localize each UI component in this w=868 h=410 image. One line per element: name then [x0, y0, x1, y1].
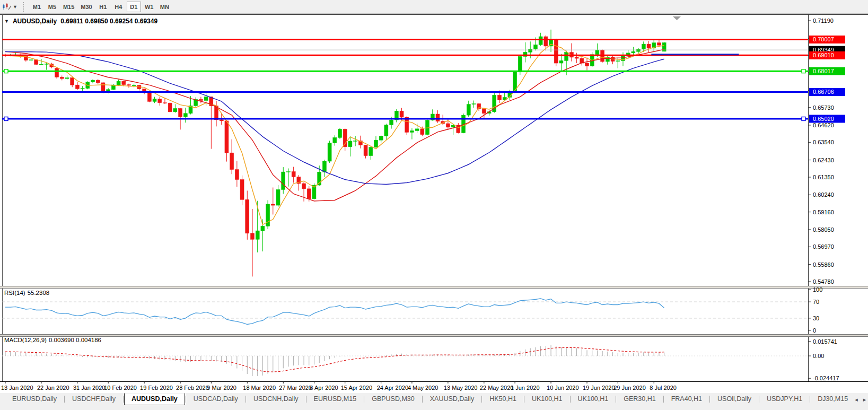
tab-gbpusd-m30[interactable]: GBPUSD,M30 — [365, 394, 422, 405]
hline-handle[interactable] — [4, 117, 8, 120]
mt4-terminal: ▼ M1M5M15M30H1H4D1W1MN 0.711900.700800.6… — [0, 0, 868, 410]
hline-handle[interactable] — [802, 117, 805, 120]
svg-text:22 May 2020: 22 May 2020 — [480, 385, 514, 391]
svg-text:10 Feb 2020: 10 Feb 2020 — [104, 385, 137, 391]
tab-separator — [123, 396, 124, 403]
svg-text:24 Apr 2020: 24 Apr 2020 — [377, 385, 408, 391]
chart-symbol-label: AUDUSD,Daily — [13, 18, 57, 25]
chart-ohlc-values: 0.69811 0.69850 0.69254 0.69349 — [60, 18, 157, 25]
svg-text:0.69010: 0.69010 — [813, 52, 834, 58]
svg-text:0.00: 0.00 — [813, 353, 824, 359]
tab-uk100-h1[interactable]: UK100,H1 — [525, 394, 569, 405]
macd-label: MACD(12,26,9)0.003690 0.004186 — [4, 337, 103, 343]
svg-text:0.56970: 0.56970 — [813, 243, 834, 250]
rsi-value: 55.2308 — [28, 290, 50, 296]
svg-text:19 Feb 2020: 19 Feb 2020 — [140, 385, 173, 391]
svg-text:0.70007: 0.70007 — [813, 36, 834, 42]
collapse-icon[interactable]: ▼ — [4, 19, 9, 24]
tab-separator — [422, 396, 423, 403]
symbol-tabs: EURUSD,DailyUSDCHF,DailyAUDUSD,DailyUSDC… — [2, 393, 855, 405]
svg-text:27 Mar 2020: 27 Mar 2020 — [279, 385, 312, 391]
svg-text:70: 70 — [813, 299, 819, 305]
tab-eurusd-m15[interactable]: EURUSD,M15 — [307, 394, 364, 405]
svg-text:18 Mar 2020: 18 Mar 2020 — [243, 385, 276, 391]
svg-text:1 Jun 2020: 1 Jun 2020 — [511, 385, 539, 391]
macd-values: 0.003690 0.004186 — [49, 337, 101, 343]
tab-bar: EURUSD,DailyUSDCHF,DailyAUDUSD,DailyUSDC… — [0, 392, 868, 410]
tab-fra40-h1[interactable]: FRA40,H1 — [664, 394, 709, 405]
svg-text:0: 0 — [813, 327, 816, 334]
svg-text:9 Mar 2020: 9 Mar 2020 — [207, 385, 236, 391]
timeframe-m15[interactable]: M15 — [60, 2, 77, 12]
tab-separator — [364, 396, 364, 403]
chart-type-caret-icon[interactable]: ▼ — [13, 4, 17, 10]
svg-text:0.58050: 0.58050 — [813, 226, 834, 233]
toolbar-drag-handle[interactable] — [23, 2, 25, 12]
timeframe-h1[interactable]: H1 — [96, 2, 110, 12]
svg-text:0.63540: 0.63540 — [813, 139, 834, 145]
svg-text:0.54780: 0.54780 — [813, 278, 834, 285]
svg-text:15 Apr 2020: 15 Apr 2020 — [341, 385, 372, 391]
timeframe-h4[interactable]: H4 — [111, 2, 126, 12]
tab-usdcnh-daily[interactable]: USDCNH,Daily — [247, 394, 305, 405]
tab-xauusd-daily[interactable]: XAUUSD,Daily — [423, 394, 481, 405]
timeframe-m1[interactable]: M1 — [30, 2, 44, 12]
svg-text:0.015741: 0.015741 — [813, 338, 837, 345]
svg-text:22 Jan 2020: 22 Jan 2020 — [37, 385, 69, 391]
tab-usoil-daily[interactable]: USOil,Daily — [711, 394, 758, 405]
timeframe-buttons: M1M5M15M30H1H4D1W1MN — [30, 2, 172, 12]
tab-eurusd-daily[interactable]: EURUSD,Daily — [5, 394, 64, 405]
tab-ger30-h1[interactable]: GER30,H1 — [617, 394, 662, 405]
svg-text:31 Jan 2020: 31 Jan 2020 — [73, 385, 106, 391]
price-badge-0.65020: 0.65020 — [809, 115, 845, 123]
tab-separator — [186, 396, 186, 403]
tab-uk100-h1[interactable]: UK100,H1 — [571, 394, 616, 405]
chart-type-icon[interactable] — [2, 3, 12, 11]
timeframe-d1[interactable]: D1 — [127, 2, 141, 12]
tab-separator — [810, 396, 810, 403]
svg-text:28 Feb 2020: 28 Feb 2020 — [176, 385, 209, 391]
svg-text:0.55860: 0.55860 — [813, 261, 834, 268]
tab-usdcad-daily[interactable]: USDCAD,Daily — [187, 394, 245, 405]
tab-usdchf-daily[interactable]: USDCHF,Daily — [65, 394, 122, 405]
tab-separator — [616, 396, 616, 403]
timeframe-w1[interactable]: W1 — [142, 2, 156, 12]
timeframe-mn[interactable]: MN — [157, 2, 172, 12]
tab-scroll-buttons: ◂ ▸ — [855, 393, 868, 403]
svg-text:10 Jun 2020: 10 Jun 2020 — [547, 385, 579, 391]
svg-text:8 Jul 2020: 8 Jul 2020 — [650, 385, 677, 391]
price-badge-0.70007: 0.70007 — [809, 36, 845, 43]
tab-dj30-m15[interactable]: DJ30,M15 — [811, 394, 855, 405]
chart-window[interactable]: 0.711900.700800.690000.679200.668100.657… — [0, 14, 868, 392]
tab-scroll-left-icon[interactable]: ◂ — [855, 396, 858, 403]
tab-separator — [481, 396, 482, 403]
svg-text:30: 30 — [813, 315, 819, 321]
svg-text:0.71190: 0.71190 — [813, 18, 834, 24]
tab-separator — [246, 396, 246, 403]
tab-usdjpy-h1[interactable]: USDJPY,H1 — [760, 394, 809, 405]
svg-text:29 Jun 2020: 29 Jun 2020 — [613, 385, 646, 391]
tab-separator — [570, 396, 571, 403]
svg-text:100: 100 — [813, 286, 822, 293]
svg-text:0.59160: 0.59160 — [813, 209, 834, 215]
rsi-name: RSI(14) — [4, 290, 25, 296]
tab-separator — [709, 396, 710, 403]
tab-separator — [663, 396, 664, 403]
tab-scroll-right-icon[interactable]: ▸ — [863, 396, 866, 403]
timeframe-m30[interactable]: M30 — [78, 2, 94, 12]
timeframe-m5[interactable]: M5 — [45, 2, 59, 12]
tab-separator — [306, 396, 306, 403]
panel-splitter[interactable] — [0, 286, 868, 289]
toolbar: ▼ M1M5M15M30H1H4D1W1MN — [0, 0, 868, 14]
price-badge-0.69010: 0.69010 — [809, 51, 845, 59]
panel-splitter[interactable] — [0, 335, 868, 337]
tab-hk50-h1[interactable]: HK50,H1 — [483, 394, 523, 405]
svg-text:13 May 2020: 13 May 2020 — [444, 385, 478, 391]
svg-text:0.62430: 0.62430 — [813, 157, 834, 163]
tab-audusd-daily[interactable]: AUDUSD,Daily — [124, 393, 185, 405]
tab-separator — [524, 396, 524, 403]
hline-handle[interactable] — [4, 69, 8, 73]
ch art-canvas[interactable]: 0.711900.700800.690000.679200.668100.657… — [0, 14, 868, 393]
svg-text:6 Apr 2020: 6 Apr 2020 — [310, 385, 338, 391]
hline-handle[interactable] — [802, 69, 805, 73]
